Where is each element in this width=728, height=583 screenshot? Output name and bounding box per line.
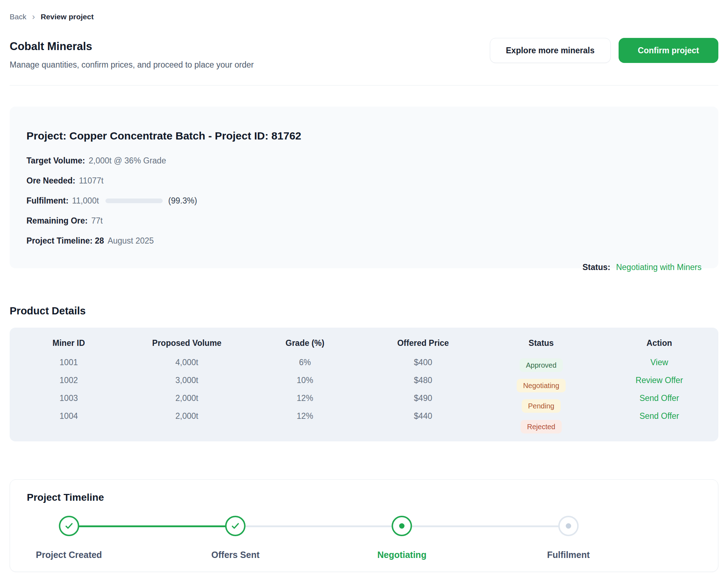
- check-icon: [59, 516, 79, 536]
- step-label: Negotiating: [377, 549, 427, 560]
- field-label: Ore Needed:: [26, 175, 75, 186]
- timeline-step-fulfilment: Fulfilment: [547, 516, 590, 560]
- col-header-grade: Grade (%): [246, 338, 364, 348]
- field-value: 11,000t: [72, 195, 99, 206]
- col-header-offered-price: Offered Price: [364, 338, 482, 348]
- timeline-heading: Project Timeline: [10, 480, 718, 504]
- cell-volume: 2,000t: [128, 411, 246, 421]
- status-value: Negotiating with Miners: [616, 263, 702, 272]
- project-fields: Target Volume: 2,000t @ 36% Grade Ore Ne…: [26, 155, 702, 246]
- page-title: Cobalt Minerals: [10, 39, 254, 54]
- chevron-right-icon: ›: [32, 13, 35, 21]
- field-label: Project Timeline: 28: [26, 235, 104, 246]
- cell-miner-id: 1003: [10, 393, 128, 403]
- table-row: 1004 2,000t 12% $440 Rejected Send Offer: [10, 407, 718, 425]
- breadcrumb-back-link[interactable]: Back: [10, 12, 26, 21]
- field-value: 2,000t @ 36% Grade: [89, 155, 166, 166]
- cell-price: $440: [364, 411, 482, 421]
- field-value: 11077t: [79, 175, 104, 186]
- action-link[interactable]: Send Offer: [639, 393, 679, 403]
- step-label: Fulfilment: [547, 549, 590, 560]
- col-header-proposed-volume: Proposed Volume: [128, 338, 246, 348]
- field-label: Remaining Ore:: [26, 215, 88, 226]
- fulfilment-progress-bar: [105, 199, 163, 203]
- ore-needed-field: Ore Needed: 11077t: [26, 175, 702, 186]
- field-value: 77t: [91, 215, 103, 226]
- timeline-step-negotiating: Negotiating: [377, 516, 427, 560]
- cell-grade: 12%: [246, 393, 364, 403]
- status-badge: Rejected: [521, 420, 562, 433]
- product-details-heading: Product Details: [10, 304, 718, 318]
- confirm-project-button[interactable]: Confirm project: [619, 38, 718, 63]
- cell-price: $400: [364, 358, 482, 367]
- fulfilment-field: Fulfilment: 11,000t (99.3%): [26, 195, 702, 206]
- table-row: 1002 3,000t 10% $480 Negotiating Review …: [10, 371, 718, 389]
- remaining-ore-field: Remaining Ore: 77t: [26, 215, 702, 226]
- check-icon: [225, 516, 246, 536]
- breadcrumb: Back › Review project: [10, 0, 718, 21]
- page-header: Cobalt Minerals Manage quantities, confi…: [10, 39, 718, 70]
- table-header-row: Miner ID Proposed Volume Grade (%) Offer…: [10, 334, 718, 352]
- table-row: 1003 2,000t 12% $490 Pending Send Offer: [10, 389, 718, 407]
- cell-miner-id: 1004: [10, 411, 128, 421]
- connector-pending: [235, 525, 402, 527]
- project-timeline-card: Project Timeline Project Created Offers …: [10, 479, 718, 572]
- cell-volume: 3,000t: [128, 376, 246, 385]
- field-value: August 2025: [108, 235, 154, 246]
- col-header-action: Action: [600, 338, 718, 348]
- cell-grade: 10%: [246, 376, 364, 385]
- project-heading: Project: Copper Concentrate Batch - Proj…: [26, 107, 702, 143]
- status-badge: Negotiating: [517, 379, 566, 392]
- cell-miner-id: 1001: [10, 358, 128, 367]
- explore-more-minerals-button[interactable]: Explore more minerals: [490, 38, 611, 63]
- cell-volume: 4,000t: [128, 358, 246, 367]
- timeline-stepper: Project Created Offers Sent Negotiating …: [10, 507, 718, 560]
- cell-price: $490: [364, 393, 482, 403]
- header-actions: Explore more minerals Confirm project: [490, 38, 718, 63]
- action-link[interactable]: Review Offer: [636, 376, 683, 385]
- table-row: 1001 4,000t 6% $400 Approved View: [10, 353, 718, 371]
- field-label: Target Volume:: [26, 155, 85, 166]
- project-summary-card: Project: Copper Concentrate Batch - Proj…: [10, 107, 718, 268]
- project-status: Status:Negotiating with Miners: [582, 262, 702, 273]
- cell-grade: 6%: [246, 358, 364, 367]
- page-title-block: Cobalt Minerals Manage quantities, confi…: [10, 39, 254, 70]
- page-subtitle: Manage quantities, confirm prices, and p…: [10, 59, 254, 70]
- action-link[interactable]: View: [650, 358, 668, 367]
- timeline-step-project-created: Project Created: [36, 516, 102, 560]
- project-timeline-field: Project Timeline: 28 August 2025: [26, 235, 702, 246]
- cell-miner-id: 1002: [10, 376, 128, 385]
- breadcrumb-current: Review project: [41, 12, 94, 21]
- cell-grade: 12%: [246, 411, 364, 421]
- status-badge: Pending: [522, 399, 561, 413]
- fulfilment-percent: (99.3%): [168, 195, 197, 206]
- cell-price: $480: [364, 376, 482, 385]
- step-label: Offers Sent: [211, 549, 260, 560]
- status-label: Status:: [582, 263, 610, 272]
- target-volume-field: Target Volume: 2,000t @ 36% Grade: [26, 155, 702, 166]
- review-project-page: Back › Review project Cobalt Minerals Ma…: [0, 0, 728, 583]
- status-badge: Approved: [520, 358, 563, 372]
- col-header-miner-id: Miner ID: [10, 338, 128, 348]
- action-link[interactable]: Send Offer: [639, 411, 679, 421]
- step-label: Project Created: [36, 549, 102, 560]
- header-divider: [10, 85, 718, 85]
- current-step-dot-icon: [392, 516, 412, 536]
- product-details-table: Miner ID Proposed Volume Grade (%) Offer…: [10, 328, 718, 441]
- connector-pending: [402, 525, 569, 527]
- field-label: Fulfilment:: [26, 195, 69, 206]
- col-header-status: Status: [482, 338, 600, 348]
- timeline-step-offers-sent: Offers Sent: [211, 516, 260, 560]
- cell-volume: 2,000t: [128, 393, 246, 403]
- upcoming-step-dot-icon: [558, 516, 579, 536]
